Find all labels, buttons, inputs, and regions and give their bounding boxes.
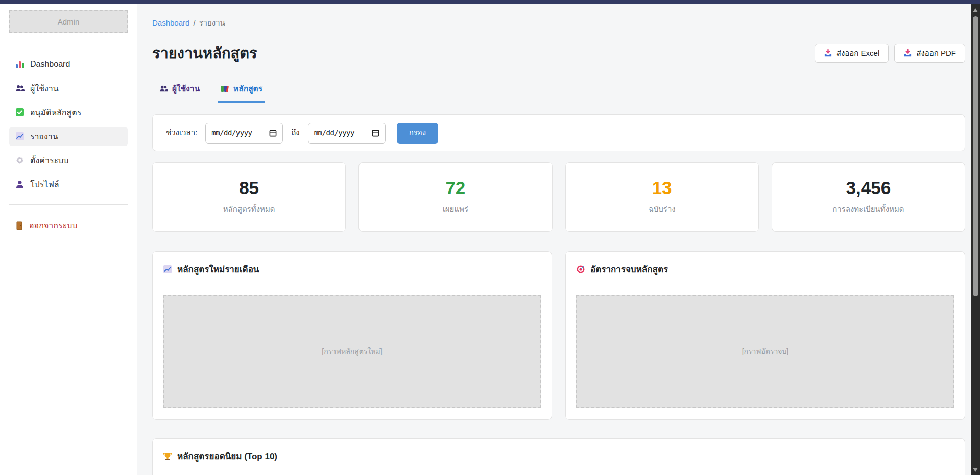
download-icon	[824, 49, 832, 58]
stat-label: ฉบับร่าง	[649, 203, 676, 216]
tab-users-label: ผู้ใช้งาน	[172, 82, 200, 95]
sidebar-item-label: ผู้ใช้งาน	[30, 82, 59, 95]
stat-label: หลักสูตรทั้งหมด	[223, 203, 275, 216]
stats-row: 85 หลักสูตรทั้งหมด 72 เผยแพร่ 13 ฉบับร่า…	[152, 162, 965, 232]
chart-title: หลักสูตรใหม่รายเดือน	[177, 262, 259, 276]
app-root: Admin Dashboard ผู้ใช้งาน อนุมัติหลักสูต…	[0, 4, 980, 475]
stat-value: 72	[445, 179, 465, 197]
stat-card-total-courses: 85 หลักสูตรทั้งหมด	[152, 162, 346, 232]
stat-label: เผยแพร่	[443, 203, 468, 216]
sidebar-item-approve-courses[interactable]: อนุมัติหลักสูตร	[9, 103, 128, 122]
export-pdf-label: ส่งออก PDF	[916, 47, 956, 59]
popular-courses-card: หลักสูตรยอดนิยม (Top 10)	[152, 438, 965, 475]
tab-bar: ผู้ใช้งาน หลักสูตร	[152, 82, 965, 102]
sidebar-item-label: ตั้งค่าระบบ	[30, 154, 68, 167]
date-to-input[interactable]: mm/dd/yyyy	[308, 123, 386, 144]
export-pdf-button[interactable]: ส่งออก PDF	[894, 44, 965, 63]
sidebar-item-dashboard[interactable]: Dashboard	[9, 55, 128, 74]
trophy-icon	[163, 452, 172, 461]
calendar-icon[interactable]	[372, 129, 379, 137]
filter-button[interactable]: กรอง	[397, 123, 438, 144]
page-header: รายงานหลักสูตร ส่งออก Excel ส่งออก PDF	[152, 41, 965, 65]
chart-card-completion-rate: อัตราการจบหลักสูตร [กราฟอัตราจบ]	[565, 251, 965, 420]
scrollbar[interactable]	[971, 4, 980, 475]
calendar-icon[interactable]	[269, 129, 277, 137]
chart-placeholder-completion-rate: [กราฟอัตราจบ]	[576, 295, 954, 408]
sidebar-nav: Dashboard ผู้ใช้งาน อนุมัติหลักสูตร รายง…	[9, 55, 128, 194]
main-content: Dashboard/รายงาน รายงานหลักสูตร ส่งออก E…	[137, 4, 980, 475]
export-excel-button[interactable]: ส่งออก Excel	[815, 44, 889, 63]
breadcrumb-separator: /	[193, 18, 195, 27]
chart-card-new-courses: หลักสูตรใหม่รายเดือน [กราฟหลักสูตรใหม่]	[152, 251, 552, 420]
sidebar: Admin Dashboard ผู้ใช้งาน อนุมัติหลักสูต…	[0, 4, 137, 475]
tab-users[interactable]: ผู้ใช้งาน	[159, 82, 200, 102]
stat-value: 13	[652, 179, 672, 197]
users-icon	[15, 84, 25, 93]
gear-icon	[15, 156, 25, 165]
download-icon	[903, 49, 912, 58]
door-icon	[15, 221, 23, 230]
charts-row: หลักสูตรใหม่รายเดือน [กราฟหลักสูตรใหม่] …	[152, 251, 965, 420]
date-from-placeholder: mm/dd/yyyy	[211, 129, 252, 137]
bar-chart-icon	[15, 60, 25, 69]
breadcrumb: Dashboard/รายงาน	[152, 17, 965, 29]
date-to-label: ถึง	[291, 127, 299, 139]
logout-label: ออกจากระบบ	[29, 219, 77, 232]
breadcrumb-current: รายงาน	[199, 18, 225, 27]
chart-title: อัตราการจบหลักสูตร	[590, 262, 668, 276]
popular-courses-title: หลักสูตรยอดนิยม (Top 10)	[177, 449, 277, 463]
sidebar-item-label: Dashboard	[30, 60, 70, 69]
export-button-group: ส่งออก Excel ส่งออก PDF	[815, 44, 965, 63]
scrollbar-up-arrow[interactable]	[973, 8, 978, 12]
sidebar-item-label: อนุมัติหลักสูตร	[30, 106, 81, 119]
date-range-label: ช่วงเวลา:	[166, 127, 197, 139]
person-icon	[15, 180, 25, 189]
scrollbar-down-arrow[interactable]	[973, 468, 978, 472]
sidebar-item-profile[interactable]: โปรไฟล์	[9, 175, 128, 194]
breadcrumb-dashboard-link[interactable]: Dashboard	[152, 18, 189, 27]
sidebar-item-settings[interactable]: ตั้งค่าระบบ	[9, 151, 128, 170]
stat-value: 3,456	[846, 179, 891, 197]
page-title: รายงานหลักสูตร	[152, 41, 257, 65]
check-icon	[15, 108, 25, 117]
stat-label: การลงทะเบียนทั้งหมด	[832, 203, 904, 216]
line-chart-icon	[15, 132, 25, 141]
users-icon	[159, 84, 168, 93]
date-to-placeholder: mm/dd/yyyy	[314, 129, 354, 137]
filter-card: ช่วงเวลา: mm/dd/yyyy ถึง mm/dd/yyyy กรอง	[152, 114, 965, 151]
popular-courses-header: หลักสูตรยอดนิยม (Top 10)	[163, 449, 954, 471]
tab-courses[interactable]: หลักสูตร	[220, 82, 262, 102]
admin-logo-placeholder: Admin	[9, 10, 128, 33]
sidebar-divider	[9, 204, 128, 205]
tab-courses-label: หลักสูตร	[233, 82, 262, 95]
stat-card-drafts: 13 ฉบับร่าง	[565, 162, 759, 232]
chart-placeholder-new-courses: [กราฟหลักสูตรใหม่]	[163, 295, 541, 408]
export-excel-label: ส่งออก Excel	[836, 47, 879, 59]
sidebar-item-reports[interactable]: รายงาน	[9, 127, 128, 146]
books-icon	[220, 84, 229, 93]
line-chart-icon	[163, 265, 172, 274]
sidebar-item-users[interactable]: ผู้ใช้งาน	[9, 79, 128, 98]
stat-card-published: 72 เผยแพร่	[358, 162, 552, 232]
stat-card-total-enrollments: 3,456 การลงทะเบียนทั้งหมด	[772, 162, 965, 232]
sidebar-item-label: โปรไฟล์	[30, 178, 59, 191]
target-icon	[576, 265, 585, 274]
chart-card-header: อัตราการจบหลักสูตร	[576, 262, 954, 284]
sidebar-item-label: รายงาน	[30, 130, 58, 143]
scrollbar-thumb[interactable]	[973, 16, 978, 296]
date-from-input[interactable]: mm/dd/yyyy	[205, 123, 283, 144]
chart-card-header: หลักสูตรใหม่รายเดือน	[163, 262, 541, 284]
logout-link[interactable]: ออกจากระบบ	[9, 219, 128, 232]
stat-value: 85	[239, 179, 259, 197]
window-top-strip	[0, 0, 980, 4]
